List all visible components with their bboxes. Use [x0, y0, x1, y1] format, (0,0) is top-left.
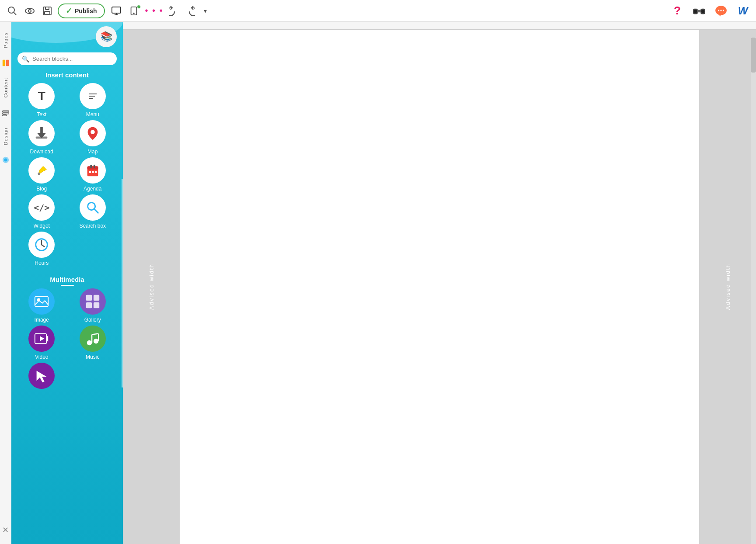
left-panel: Pages Content Design ✕ — [0, 22, 11, 544]
block-item-widget[interactable]: </> Widget — [17, 194, 66, 229]
block-item-hours[interactable]: Hours — [17, 232, 66, 266]
sidebar-item-content[interactable]: Content — [1, 72, 10, 104]
block-circle-music — [80, 326, 106, 352]
block-circle-gallery — [80, 288, 106, 315]
svg-point-32 — [38, 173, 41, 175]
block-item-image[interactable]: Image — [17, 288, 66, 323]
more-options-button[interactable]: • • • — [145, 6, 164, 16]
image-block-icon — [33, 293, 50, 310]
block-label-agenda: Agenda — [84, 186, 101, 192]
music-block-icon — [84, 330, 101, 347]
publish-check-icon: ✓ — [66, 6, 72, 16]
svg-rect-36 — [94, 165, 95, 168]
block-item-agenda[interactable]: Agenda — [69, 157, 117, 192]
desktop-icon[interactable] — [108, 4, 124, 18]
svg-point-0 — [8, 7, 14, 13]
block-circle-image — [28, 288, 55, 315]
svg-point-54 — [87, 340, 91, 345]
svg-rect-48 — [94, 295, 99, 301]
main-layout: Pages Content Design ✕ — [0, 22, 756, 544]
svg-rect-22 — [6, 60, 8, 66]
app-logo-icon[interactable]: W — [735, 3, 751, 19]
svg-point-19 — [720, 10, 721, 11]
undo-dropdown-button[interactable]: ▾ — [199, 4, 213, 18]
svg-point-3 — [28, 10, 31, 12]
block-item-video[interactable]: Video — [17, 326, 66, 360]
insert-content-title: Insert content — [11, 69, 123, 83]
chat-icon[interactable] — [713, 3, 729, 19]
sidebar-item-pages[interactable]: Pages — [1, 26, 10, 54]
block-circle-blog — [28, 157, 55, 184]
advised-text-left: Advised width — [148, 263, 155, 310]
svg-rect-49 — [86, 302, 92, 308]
block-label-menu: Menu — [86, 111, 99, 118]
svg-line-44 — [42, 245, 45, 247]
undo-redo-group: ▾ — [167, 4, 213, 18]
map-block-icon — [84, 125, 101, 142]
text-block-icon: T — [38, 89, 45, 103]
block-circle-widget: </> — [28, 194, 55, 221]
block-label-gallery: Gallery — [84, 317, 101, 323]
help-icon[interactable]: ? — [669, 3, 685, 19]
block-item-cursor[interactable] — [17, 363, 66, 391]
block-item-menu[interactable]: Menu — [69, 83, 117, 118]
redo-button[interactable] — [183, 4, 197, 18]
svg-line-41 — [94, 209, 98, 213]
download-block-icon — [33, 125, 50, 142]
advised-width-right: Advised width — [699, 30, 756, 544]
block-item-searchbox[interactable]: Search box — [69, 194, 117, 229]
sidebar: 📚 🔍 Insert content T Text — [11, 22, 123, 544]
save-icon[interactable] — [40, 4, 54, 18]
binoculars-icon[interactable] — [691, 3, 707, 19]
blocks-search-input[interactable] — [17, 52, 117, 65]
canvas-scrollbar[interactable] — [751, 38, 756, 544]
block-label-hours: Hours — [35, 260, 49, 266]
block-item-map[interactable]: Map — [69, 120, 117, 155]
block-item-download[interactable]: Download — [17, 120, 66, 155]
block-circle-menu — [80, 83, 106, 109]
block-item-blog[interactable]: Blog — [17, 157, 66, 192]
white-page[interactable] — [180, 30, 699, 544]
svg-rect-21 — [2, 60, 5, 66]
svg-rect-7 — [112, 7, 121, 13]
preview-icon[interactable] — [23, 4, 37, 18]
hours-block-icon — [33, 236, 50, 253]
toolbar-left: ✓ Publish • • • — [5, 3, 666, 18]
search-container: 🔍 — [11, 50, 123, 69]
svg-line-58 — [92, 334, 98, 335]
canvas-scrollbar-thumb[interactable] — [751, 38, 756, 73]
block-item-music[interactable]: Music — [69, 326, 117, 360]
block-circle-searchbox — [80, 194, 106, 221]
block-label-text: Text — [37, 111, 46, 118]
svg-point-16 — [701, 10, 705, 13]
publish-label: Publish — [75, 7, 97, 14]
svg-rect-38 — [92, 171, 94, 173]
publish-button[interactable]: ✓ Publish — [58, 3, 105, 18]
tablet-icon[interactable] — [126, 4, 142, 18]
sidebar-item-design[interactable]: Design — [1, 121, 10, 151]
undo-button[interactable] — [167, 4, 181, 18]
block-circle-text: T — [28, 83, 55, 109]
video-block-icon — [33, 330, 50, 347]
svg-rect-45 — [35, 297, 48, 307]
blog-block-icon — [33, 162, 50, 179]
svg-rect-6 — [45, 11, 50, 14]
svg-marker-59 — [37, 371, 47, 383]
close-panel-button[interactable]: ✕ — [0, 525, 11, 535]
toolbar: ✓ Publish • • • — [0, 0, 756, 22]
svg-point-2 — [25, 8, 34, 14]
svg-rect-25 — [2, 114, 6, 116]
ruler-svg: // ruler ticks drawn via CSS only — [123, 22, 756, 30]
block-item-gallery[interactable]: Gallery — [69, 288, 117, 323]
block-item-text[interactable]: T Text — [17, 83, 66, 118]
block-label-searchbox: Search box — [79, 223, 106, 229]
block-circle-map — [80, 120, 106, 146]
search-icon[interactable] — [5, 4, 19, 18]
widget-block-icon: </> — [34, 202, 49, 213]
layer-icon — [0, 107, 11, 118]
gallery-block-icon — [84, 293, 101, 310]
block-label-music: Music — [86, 354, 99, 360]
canvas-area: // ruler ticks drawn via CSS only Advise… — [123, 22, 756, 544]
menu-block-icon — [89, 94, 97, 99]
svg-point-18 — [718, 10, 719, 11]
